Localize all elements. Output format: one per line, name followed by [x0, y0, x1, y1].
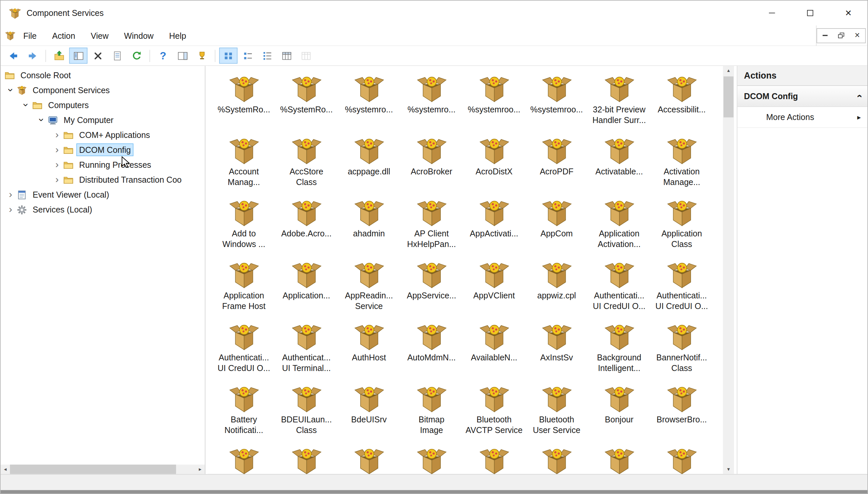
dcom-item[interactable]: Adobe.Acro... — [275, 196, 338, 258]
tree-expander-icon[interactable] — [36, 112, 47, 127]
actions-group-header[interactable]: DCOM Config › — [737, 86, 868, 107]
dcom-item[interactable]: %systemroo... — [463, 71, 525, 133]
close-button[interactable]: ✕ — [829, 1, 867, 25]
dcom-item[interactable]: AccStore Class — [275, 134, 338, 196]
back-button[interactable] — [4, 48, 22, 64]
dcom-item[interactable]: Accessibilit... — [651, 71, 713, 133]
dcom-item[interactable]: %systemro... — [338, 71, 400, 133]
show-hide-console-tree-button[interactable] — [69, 48, 87, 64]
dcom-item[interactable]: %systemro... — [400, 71, 463, 133]
dcom-item[interactable]: Authenticat... UI Terminal... — [275, 320, 338, 382]
dcom-item[interactable]: Authenticati... UI CredUI O... — [588, 258, 651, 320]
dcom-item[interactable]: Add to Windows ... — [213, 196, 275, 258]
properties-button[interactable] — [108, 48, 126, 64]
view-columns-button[interactable] — [297, 48, 315, 64]
dcom-item[interactable] — [213, 443, 275, 474]
mdi-close-button[interactable]: × — [849, 28, 865, 42]
dcom-item[interactable]: Bitmap Image — [400, 382, 463, 443]
dcom-item[interactable] — [338, 443, 400, 474]
dcom-item[interactable]: AppReadin... Service — [338, 258, 400, 320]
dcom-item[interactable]: Bonjour — [588, 382, 651, 443]
dcom-item[interactable]: AvailableN... — [463, 320, 525, 382]
dcom-item[interactable] — [275, 443, 338, 474]
menu-item[interactable]: Help — [161, 25, 194, 45]
maximize-button[interactable] — [791, 1, 829, 25]
dcom-item[interactable]: AP Client HxHelpPan... — [400, 196, 463, 258]
dcom-item[interactable]: AppCom — [525, 196, 588, 258]
dcom-item[interactable]: AppService... — [400, 258, 463, 320]
view-details-button[interactable] — [277, 48, 296, 64]
menu-item[interactable]: File — [16, 25, 44, 45]
view-large-icons-button[interactable] — [219, 48, 237, 64]
dcom-item[interactable]: Background Intelligent... — [588, 320, 651, 382]
scroll-up-arrow-icon[interactable]: ▲ — [723, 66, 734, 75]
dcom-item[interactable]: appwiz.cpl — [525, 258, 588, 320]
dcom-item[interactable]: Account Manag... — [213, 134, 275, 196]
scroll-right-arrow-icon[interactable]: ► — [196, 464, 205, 474]
tree-item[interactable]: COM+ Applications — [1, 127, 205, 142]
dcom-item[interactable]: AppVClient — [463, 258, 525, 320]
mdi-minimize-button[interactable] — [817, 28, 833, 42]
dcom-item[interactable]: Authenticati... UI CredUI O... — [213, 320, 275, 382]
dcom-item[interactable] — [463, 443, 525, 474]
collapse-chevron-icon[interactable]: › — [853, 94, 865, 98]
dcom-item[interactable]: AcroPDF — [525, 134, 588, 196]
forward-button[interactable] — [23, 48, 41, 64]
dcom-item[interactable] — [525, 443, 588, 474]
dcom-item[interactable]: AcroBroker — [400, 134, 463, 196]
dcom-item[interactable]: Authenticati... UI CredUI O... — [651, 258, 713, 320]
menu-item[interactable]: Window — [116, 25, 161, 45]
dcom-item[interactable] — [588, 443, 651, 474]
tree-expander-icon[interactable] — [52, 172, 62, 187]
tree-item[interactable]: Console Root — [1, 68, 205, 82]
more-actions-item[interactable]: More Actions ▸ — [737, 107, 868, 128]
dcom-item[interactable]: ahadmin — [338, 196, 400, 258]
tree-item[interactable]: Distributed Transaction Coo — [1, 172, 205, 187]
minimize-button[interactable] — [753, 1, 791, 25]
up-one-level-button[interactable] — [50, 48, 68, 64]
dcom-item[interactable]: Battery Notificati... — [213, 382, 275, 443]
dcom-item[interactable]: AxInstSv — [525, 320, 588, 382]
tree-item[interactable]: Computers — [1, 97, 205, 112]
scroll-left-arrow-icon[interactable]: ◄ — [1, 464, 10, 474]
dcom-item[interactable]: AcroDistX — [463, 134, 525, 196]
refresh-button[interactable] — [127, 48, 145, 64]
dcom-item[interactable]: Bluetooth User Service — [525, 382, 588, 443]
tree-item[interactable]: DCOM Config — [1, 142, 205, 157]
dcom-item[interactable]: AuthHost — [338, 320, 400, 382]
scrollbar-thumb[interactable] — [10, 464, 176, 474]
dcom-item[interactable]: %systemroo... — [525, 71, 588, 133]
dcom-item[interactable]: AppActivati... — [463, 196, 525, 258]
tree-expander-icon[interactable] — [52, 127, 62, 142]
dcom-item[interactable]: BannerNotif... Class — [651, 320, 713, 382]
tree-item[interactable]: Services (Local) — [1, 202, 205, 217]
dcom-item[interactable]: Application... — [275, 258, 338, 320]
dcom-item[interactable]: Activatable... — [588, 134, 651, 196]
menu-item[interactable]: View — [83, 25, 116, 45]
tree-expander-icon[interactable] — [52, 142, 62, 157]
delete-button[interactable] — [88, 48, 107, 64]
tree-horizontal-scrollbar[interactable]: ◄ ► — [1, 464, 205, 474]
dcom-item[interactable]: Bluetooth AVCTP Service — [463, 382, 525, 443]
dcom-item[interactable]: BDEUILaun... Class — [275, 382, 338, 443]
dcom-item[interactable]: %SystemRo... — [275, 71, 338, 133]
view-small-icons-button[interactable] — [239, 48, 257, 64]
scroll-down-arrow-icon[interactable]: ▼ — [723, 464, 734, 474]
dcom-item[interactable]: BrowserBro... — [651, 382, 713, 443]
scrollbar-track[interactable] — [10, 464, 196, 474]
dcom-item[interactable]: Application Frame Host — [213, 258, 275, 320]
show-hide-action-pane-button[interactable] — [173, 48, 192, 64]
view-list-button[interactable] — [258, 48, 276, 64]
tree-expander-icon[interactable] — [5, 202, 16, 217]
export-list-button[interactable] — [193, 48, 211, 64]
dcom-item[interactable]: acppage.dll — [338, 134, 400, 196]
dcom-item[interactable]: Activation Manage... — [651, 134, 713, 196]
menu-item[interactable]: Action — [44, 25, 83, 45]
tree-expander-icon[interactable] — [5, 82, 16, 97]
dcom-item[interactable]: 32-bit Preview Handler Surr... — [588, 71, 651, 133]
tree-expander-icon[interactable] — [21, 97, 32, 112]
tree-item[interactable]: Component Services — [1, 82, 205, 97]
dcom-item[interactable]: AutoMdmN... — [400, 320, 463, 382]
tree-expander-icon[interactable] — [5, 187, 16, 202]
help-button[interactable]: ? — [154, 48, 172, 64]
